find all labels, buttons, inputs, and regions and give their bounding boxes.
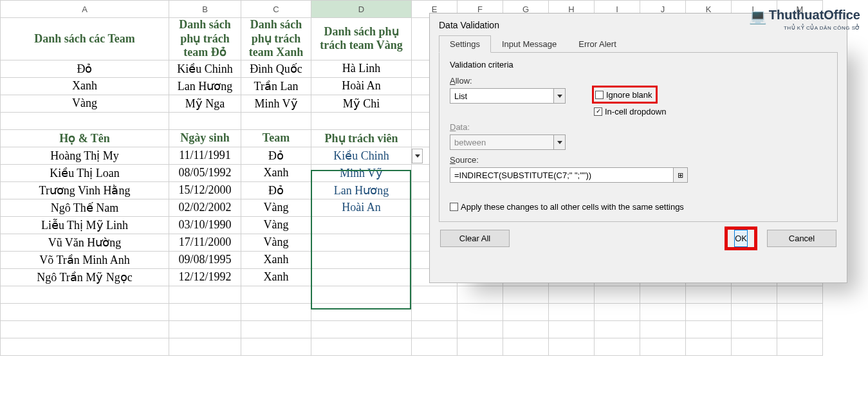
cell[interactable]: Mỹ Chi bbox=[311, 95, 412, 112]
dropdown-arrow-icon[interactable] bbox=[412, 149, 423, 163]
cell[interactable] bbox=[169, 303, 241, 320]
cell[interactable] bbox=[311, 320, 412, 338]
cell[interactable] bbox=[311, 268, 412, 286]
cell[interactable] bbox=[412, 338, 457, 355]
cell[interactable] bbox=[686, 338, 732, 355]
cell[interactable]: Liễu Thị Mỹ Linh bbox=[1, 216, 169, 234]
col-header-A[interactable]: A bbox=[1, 1, 169, 18]
cell[interactable]: Hoàng Thị My bbox=[1, 147, 169, 164]
source-input[interactable] bbox=[450, 171, 673, 180]
cell[interactable] bbox=[1, 338, 169, 355]
cell[interactable] bbox=[1, 320, 169, 338]
allow-combo[interactable]: List bbox=[450, 88, 566, 104]
cell[interactable] bbox=[241, 338, 311, 355]
cell[interactable] bbox=[549, 286, 595, 303]
cell[interactable] bbox=[777, 338, 823, 355]
cell[interactable]: 17/11/2000 bbox=[169, 234, 241, 251]
cell[interactable]: Võ Trần Minh Anh bbox=[1, 251, 169, 268]
cell[interactable] bbox=[640, 338, 686, 355]
cell[interactable]: Hà Linh bbox=[311, 60, 412, 77]
cell[interactable] bbox=[311, 112, 412, 129]
cell[interactable] bbox=[412, 286, 457, 303]
header-team-red[interactable]: Danh sách phụ trách team Đỏ bbox=[169, 18, 241, 60]
apply-all-checkbox[interactable]: Apply these changes to all other cells w… bbox=[450, 201, 827, 212]
cell[interactable] bbox=[457, 320, 503, 338]
cell[interactable] bbox=[169, 286, 241, 303]
cell[interactable]: Đỏ bbox=[241, 147, 311, 164]
cell[interactable]: Lan Hương bbox=[169, 77, 241, 95]
cell[interactable] bbox=[732, 303, 777, 320]
tab-input-message[interactable]: Input Message bbox=[491, 35, 568, 53]
cell[interactable]: Ngô Trần Mỹ Ngọc bbox=[1, 268, 169, 286]
cell[interactable]: Kiều Chinh bbox=[169, 60, 241, 77]
cell[interactable]: Minh Vỹ bbox=[311, 164, 412, 181]
cell[interactable] bbox=[503, 338, 549, 355]
cell[interactable]: Xanh bbox=[241, 268, 311, 286]
incell-dropdown-checkbox[interactable]: ✓ In-cell dropdown bbox=[594, 106, 666, 117]
cell[interactable]: Trương Vinh Hằng bbox=[1, 181, 169, 199]
cell[interactable] bbox=[311, 286, 412, 303]
cell[interactable] bbox=[1, 112, 169, 129]
cell[interactable]: Hoài An bbox=[311, 77, 412, 95]
cell[interactable]: Vàng bbox=[241, 199, 311, 216]
cell[interactable]: Vàng bbox=[1, 95, 169, 112]
header-team-list[interactable]: Danh sách các Team bbox=[1, 18, 169, 60]
cell[interactable]: Đỏ bbox=[241, 181, 311, 199]
cell[interactable]: Xanh bbox=[241, 164, 311, 181]
cell[interactable] bbox=[732, 320, 777, 338]
cell[interactable] bbox=[503, 320, 549, 338]
cell[interactable]: Trần Lan bbox=[241, 77, 311, 95]
tab-settings[interactable]: Settings bbox=[439, 35, 491, 53]
cell[interactable] bbox=[311, 303, 412, 320]
cell[interactable]: Kiều Thị Loan bbox=[1, 164, 169, 181]
cell[interactable] bbox=[640, 286, 686, 303]
cell[interactable]: 02/02/2002 bbox=[169, 199, 241, 216]
cell[interactable]: 08/05/1992 bbox=[169, 164, 241, 181]
header-team-yellow[interactable]: Danh sách phụ trách team Vàng bbox=[311, 18, 412, 60]
cell[interactable] bbox=[503, 303, 549, 320]
cell[interactable] bbox=[241, 286, 311, 303]
cell[interactable]: 03/10/1990 bbox=[169, 216, 241, 234]
cell[interactable]: 11/11/1991 bbox=[169, 147, 241, 164]
cell[interactable] bbox=[412, 303, 457, 320]
cell[interactable] bbox=[1, 303, 169, 320]
cell[interactable] bbox=[169, 338, 241, 355]
cancel-button[interactable]: Cancel bbox=[767, 230, 836, 247]
cell[interactable] bbox=[686, 320, 732, 338]
cell[interactable] bbox=[640, 320, 686, 338]
cell[interactable]: Xanh bbox=[241, 251, 311, 268]
cell[interactable] bbox=[457, 286, 503, 303]
cell[interactable] bbox=[457, 303, 503, 320]
cell[interactable] bbox=[169, 112, 241, 129]
cell[interactable]: Vũ Văn Hường bbox=[1, 234, 169, 251]
cell[interactable] bbox=[549, 338, 595, 355]
chevron-down-icon[interactable] bbox=[553, 89, 565, 103]
cell[interactable] bbox=[241, 112, 311, 129]
cell[interactable] bbox=[412, 320, 457, 338]
cell[interactable] bbox=[777, 320, 823, 338]
cell[interactable] bbox=[595, 303, 640, 320]
cell[interactable] bbox=[311, 216, 412, 234]
cell[interactable]: Hoài An bbox=[311, 199, 412, 216]
cell[interactable]: 09/08/1995 bbox=[169, 251, 241, 268]
cell[interactable] bbox=[241, 303, 311, 320]
cell[interactable]: 12/12/1992 bbox=[169, 268, 241, 286]
cell[interactable] bbox=[169, 320, 241, 338]
cell[interactable] bbox=[595, 338, 640, 355]
cell[interactable]: Mỹ Nga bbox=[169, 95, 241, 112]
ignore-blank-checkbox[interactable]: Ignore blank bbox=[595, 89, 652, 100]
cell[interactable] bbox=[732, 286, 777, 303]
clear-all-button[interactable]: Clear All bbox=[440, 230, 510, 247]
cell[interactable] bbox=[686, 303, 732, 320]
cell[interactable]: Đình Quốc bbox=[241, 60, 311, 77]
cell[interactable] bbox=[457, 338, 503, 355]
cell[interactable] bbox=[241, 320, 311, 338]
cell[interactable] bbox=[1, 286, 169, 303]
cell[interactable] bbox=[640, 303, 686, 320]
cell[interactable] bbox=[311, 234, 412, 251]
col-header-D[interactable]: D bbox=[311, 1, 412, 18]
tab-error-alert[interactable]: Error Alert bbox=[568, 35, 627, 53]
range-picker-icon[interactable]: ⊞ bbox=[673, 168, 687, 182]
ok-button[interactable]: OK bbox=[734, 230, 748, 247]
cell[interactable] bbox=[686, 286, 732, 303]
